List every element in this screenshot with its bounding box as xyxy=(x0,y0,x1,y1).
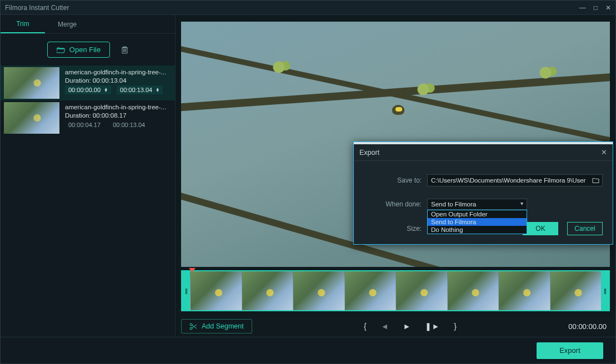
clip-out-time[interactable]: 00:00:13.04 ▲▼ xyxy=(117,85,163,94)
play-button[interactable]: ► xyxy=(403,322,411,331)
transport-bar: Add Segment { ◄ ► ❚► } 00:00:00.00 xyxy=(181,316,610,337)
clip-thumbnail xyxy=(4,102,59,134)
add-segment-button[interactable]: Add Segment xyxy=(181,319,252,333)
mark-out-button[interactable]: } xyxy=(454,322,457,331)
timeline-frame xyxy=(293,271,344,310)
dialog-close-icon[interactable]: ✕ xyxy=(601,148,607,156)
main-panel: ‖ ‖ Add Segment xyxy=(176,15,615,337)
timeline-frame xyxy=(498,271,550,310)
open-file-button[interactable]: Open File xyxy=(47,42,110,58)
timeline-frame xyxy=(550,271,602,310)
timeline[interactable]: ‖ ‖ xyxy=(181,270,610,311)
maximize-button[interactable]: □ xyxy=(594,4,598,12)
ok-button[interactable]: OK xyxy=(523,222,558,235)
open-file-label: Open File xyxy=(69,46,101,54)
clip-item[interactable]: american-goldfinch-in-spring-tree-... Du… xyxy=(1,65,175,100)
when-done-label: When done: xyxy=(364,200,422,208)
mark-in-button[interactable]: { xyxy=(364,322,367,331)
trim-handle-right[interactable]: ‖ xyxy=(601,271,609,310)
minimize-button[interactable]: — xyxy=(579,4,586,12)
close-button[interactable]: ✕ xyxy=(605,4,611,12)
save-to-input[interactable]: C:\Users\WS\Documents\Wondershare Filmor… xyxy=(427,174,603,186)
tab-merge[interactable]: Merge xyxy=(45,15,89,33)
scissors-icon xyxy=(189,323,197,330)
sidebar: Trim Merge Open File americ xyxy=(1,15,176,337)
when-done-select[interactable]: Send to Filmora xyxy=(427,199,527,210)
clip-out-time: 00:00:13.04 xyxy=(109,120,148,129)
clip-item[interactable]: american-goldfinch-in-spring-tree-... Du… xyxy=(1,100,175,135)
clip-filename: american-goldfinch-in-spring-tree-... xyxy=(65,104,172,110)
footer: Export xyxy=(1,337,615,363)
export-dialog: Export ✕ Save to: C:\Users\WS\Documents\… xyxy=(353,141,613,245)
timeline-frame xyxy=(242,271,293,310)
delete-icon[interactable] xyxy=(121,46,128,54)
browse-folder-icon[interactable] xyxy=(592,178,599,184)
size-label: Size: xyxy=(364,225,422,232)
svg-point-1 xyxy=(190,327,192,330)
tab-trim[interactable]: Trim xyxy=(1,15,45,33)
clip-in-time: 00:00:04.17 xyxy=(65,120,104,129)
title-bar: Filmora Instant Cutter — □ ✕ xyxy=(1,1,615,15)
bird-icon xyxy=(392,105,404,115)
clip-list: american-goldfinch-in-spring-tree-... Du… xyxy=(1,65,175,337)
trim-handle-left[interactable]: ‖ xyxy=(182,271,190,310)
timeline-frame xyxy=(447,271,499,310)
when-done-option[interactable]: Do Nothing xyxy=(428,226,527,234)
stepper-icon[interactable]: ▲▼ xyxy=(104,88,108,92)
cancel-button[interactable]: Cancel xyxy=(567,222,603,235)
app-title: Filmora Instant Cutter xyxy=(5,4,69,12)
window-controls: — □ ✕ xyxy=(579,4,611,12)
when-done-option[interactable]: Send to Filmora xyxy=(428,218,527,226)
dialog-title: Export xyxy=(359,149,379,156)
folder-open-icon xyxy=(57,47,65,53)
clip-thumbnail xyxy=(4,67,59,99)
step-back-button[interactable]: ◄ xyxy=(381,322,389,331)
current-timecode: 00:00:00.00 xyxy=(568,322,610,331)
when-done-option[interactable]: Open Output Folder xyxy=(428,210,527,218)
clip-in-time[interactable]: 00:00:00.00 ▲▼ xyxy=(65,85,111,94)
stepper-icon[interactable]: ▲▼ xyxy=(156,88,159,92)
step-forward-button[interactable]: ❚► xyxy=(425,322,439,331)
clip-duration: Duration: 00:00:13.04 xyxy=(65,77,172,84)
clip-duration: Duration: 00:00:08.17 xyxy=(65,112,172,119)
export-button[interactable]: Export xyxy=(537,342,603,359)
add-segment-label: Add Segment xyxy=(202,322,244,330)
timeline-frame xyxy=(344,271,396,310)
when-done-dropdown: Open Output Folder Send to Filmora Do No… xyxy=(427,210,527,234)
mode-tabs: Trim Merge xyxy=(1,15,175,34)
clip-filename: american-goldfinch-in-spring-tree-... xyxy=(65,69,172,75)
svg-point-0 xyxy=(190,323,192,326)
save-to-label: Save to: xyxy=(364,176,422,184)
timeline-frame xyxy=(190,271,242,310)
timeline-frame xyxy=(395,271,447,310)
